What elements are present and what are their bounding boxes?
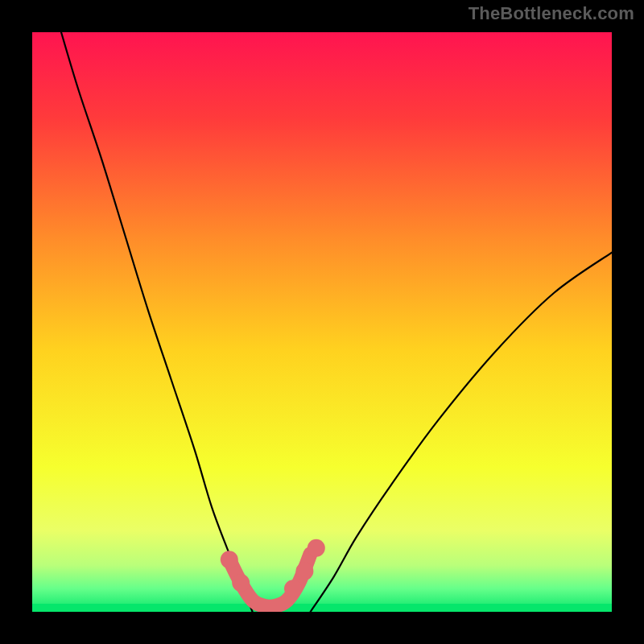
marker-dot: [232, 574, 250, 592]
bottom-band: [32, 604, 612, 612]
marker-dot: [284, 580, 302, 597]
marker-dot: [221, 551, 238, 568]
chart-frame: TheBottleneck.com: [0, 0, 644, 644]
chart-svg: [32, 32, 612, 612]
plot-area: [32, 32, 612, 612]
marker-dot: [308, 539, 325, 557]
watermark-text: TheBottleneck.com: [469, 3, 634, 24]
marker-dot: [295, 563, 313, 580]
gradient-background: [32, 32, 612, 612]
